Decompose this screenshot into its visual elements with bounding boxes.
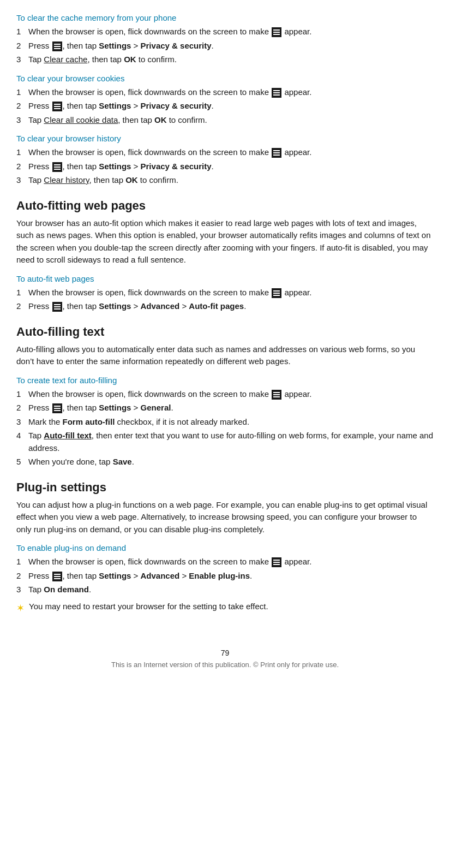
subsection-clear-cache: To clear the cache memory from your phon… [16,13,434,66]
major-heading-plugin-settings: Plug-in settings [16,480,434,495]
step-2: 2 Press , then tap Settings > Privacy & … [16,100,434,112]
subsection-enable-plugins: To enable plug-ins on demand 1 When the … [16,543,434,596]
subsection-heading-clear-history: To clear your browser history [16,134,434,143]
step-1: 1 When the browser is open, flick downwa… [16,26,434,38]
subsection-heading-auto-fit: To auto-fit web pages [16,274,434,283]
menu-icon [52,302,62,312]
subsection-create-autofill: To create text for auto-filling 1 When t… [16,376,434,468]
menu-icon [272,390,281,400]
menu-icon [52,403,62,413]
subsection-clear-cookies: To clear your browser cookies 1 When the… [16,74,434,127]
section-plugin-settings: Plug-in settings You can adjust how a pl… [16,480,434,536]
subsection-heading-clear-cookies: To clear your browser cookies [16,74,434,83]
menu-icon [272,27,281,37]
tip-row: ✶ You may need to restart your browser f… [16,601,434,616]
footer-text: This is an Internet version of this publ… [16,661,434,669]
step-1: 1 When the browser is open, flick downwa… [16,287,434,299]
auto-filling-body: Auto-filling allows you to automatically… [16,343,434,368]
subsection-heading-enable-plugins: To enable plug-ins on demand [16,543,434,552]
step-2: 2 Press , then tap Settings > Advanced >… [16,300,434,313]
subsection-heading-create-autofill: To create text for auto-filling [16,376,434,385]
steps-clear-cache: 1 When the browser is open, flick downwa… [16,26,434,66]
menu-icon [272,288,281,298]
page-footer: 79 This is an Internet version of this p… [16,649,434,669]
subsection-auto-fit: To auto-fit web pages 1 When the browser… [16,274,434,313]
step-2: 2 Press , then tap Settings > General. [16,402,434,414]
step-3: 3 Mark the Form auto-fill checkbox, if i… [16,416,434,429]
menu-icon [272,557,281,567]
step-3: 3 Tap Clear all cookie data, then tap OK… [16,114,434,127]
step-1: 1 When the browser is open, flick downwa… [16,86,434,99]
step-1: 1 When the browser is open, flick downwa… [16,556,434,568]
step-1: 1 When the browser is open, flick downwa… [16,146,434,159]
menu-icon [52,162,62,172]
page-number: 79 [16,649,434,657]
steps-auto-fit: 1 When the browser is open, flick downwa… [16,287,434,313]
section-auto-fitting: Auto-fitting web pages Your browser has … [16,199,434,266]
step-3: 3 Tap Clear history, then tap OK to conf… [16,174,434,187]
menu-icon [52,572,62,581]
menu-icon [272,148,281,158]
step-1: 1 When the browser is open, flick downwa… [16,388,434,401]
menu-icon [52,41,62,51]
step-3: 3 Tap On demand. [16,584,434,596]
subsection-clear-history: To clear your browser history 1 When the… [16,134,434,187]
steps-create-autofill: 1 When the browser is open, flick downwa… [16,388,434,468]
subsection-heading-clear-cache: To clear the cache memory from your phon… [16,13,434,22]
menu-icon [272,88,281,98]
step-5: 5 When you're done, tap Save. [16,456,434,468]
steps-enable-plugins: 1 When the browser is open, flick downwa… [16,556,434,596]
major-heading-auto-fitting: Auto-fitting web pages [16,199,434,213]
tip-text: You may need to restart your browser for… [29,601,268,613]
plugin-settings-body: You can adjust how a plug-in functions o… [16,499,434,536]
section-auto-filling: Auto-filling text Auto-filling allows yo… [16,325,434,368]
page-content: To clear the cache memory from your phon… [16,13,434,669]
tip-icon: ✶ [16,601,25,616]
step-2: 2 Press , then tap Settings > Privacy & … [16,40,434,52]
step-2: 2 Press , then tap Settings > Advanced >… [16,570,434,582]
step-2: 2 Press , then tap Settings > Privacy & … [16,160,434,173]
steps-clear-cookies: 1 When the browser is open, flick downwa… [16,86,434,127]
auto-fitting-body: Your browser has an auto-fit option whic… [16,217,434,266]
step-4: 4 Tap Auto-fill text, then enter text th… [16,430,434,454]
major-heading-auto-filling: Auto-filling text [16,325,434,339]
steps-clear-history: 1 When the browser is open, flick downwa… [16,146,434,187]
step-3: 3 Tap Clear cache, then tap OK to confir… [16,53,434,66]
menu-icon [52,102,62,111]
